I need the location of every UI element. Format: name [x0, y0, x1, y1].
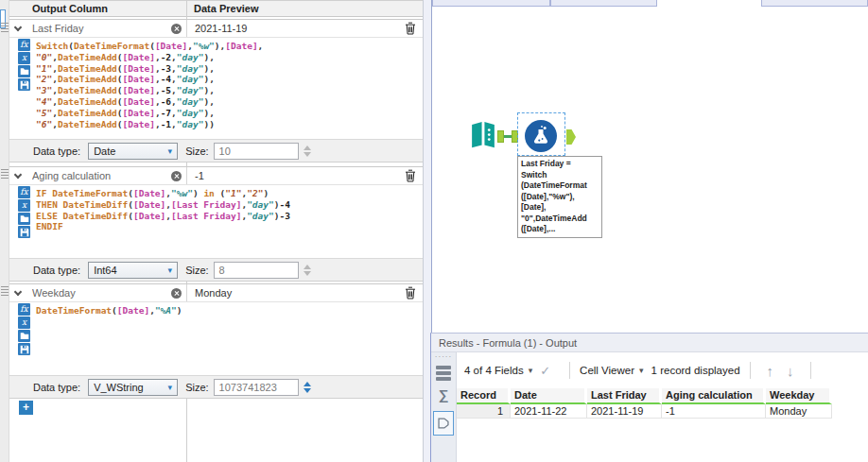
- functions-icon[interactable]: fx: [18, 39, 30, 51]
- next-record-button[interactable]: ↓: [787, 363, 794, 379]
- expression-drag-handle[interactable]: [1, 169, 9, 180]
- chevron-down-icon[interactable]: ▾: [639, 366, 644, 375]
- data-preview-header: Data Preview: [194, 3, 258, 14]
- annotation-line: Switch: [521, 170, 599, 181]
- expression-block: 2021-11-19 fx x: [9, 19, 423, 163]
- collapse-chevron-icon[interactable]: [9, 292, 26, 295]
- output-anchor[interactable]: [497, 130, 504, 143]
- output-column-input[interactable]: [26, 170, 168, 181]
- functions-icon[interactable]: fx: [18, 303, 30, 316]
- data-type-dropdown[interactable]: Int64 ▾: [88, 262, 178, 279]
- add-expression-button[interactable]: +: [19, 401, 33, 415]
- canvas-tab[interactable]: [550, 0, 657, 7]
- trash-icon: [405, 286, 416, 299]
- data-cell[interactable]: Monday: [766, 404, 832, 419]
- table-view-icon[interactable]: [436, 366, 451, 381]
- results-table: RecordDateLast FridayAging calculationWe…: [457, 388, 832, 419]
- output-column-input[interactable]: [26, 23, 168, 34]
- workflow-canvas[interactable]: Last Friday =Switch(DateTimeFormat([Date…: [432, 0, 868, 333]
- data-type-value: V_WString: [94, 382, 167, 393]
- editor-toolbar: fx x: [18, 38, 31, 139]
- clear-field-icon[interactable]: [171, 171, 182, 181]
- open-expression-folder-icon[interactable]: [18, 330, 30, 342]
- annotation-line: ([Date],"%w"),: [521, 192, 599, 203]
- toolbar-divider: [750, 362, 751, 379]
- variables-icon[interactable]: x: [18, 199, 30, 212]
- column-header[interactable]: Weekday: [766, 388, 832, 404]
- code-line: "1",DateTimeAdd([Date],-3,"day"),: [36, 63, 423, 75]
- size-stepper[interactable]: [304, 145, 311, 157]
- results-panel: Results - Formula (1) - Output ····· ∑ 4…: [430, 333, 868, 462]
- code-line: ELSE DateTimeDiff([Date],[Last Friday],"…: [36, 211, 423, 222]
- formula-tool[interactable]: [525, 120, 557, 152]
- formula-code[interactable]: DateTimeFormat([Date],"%A"): [31, 302, 423, 375]
- output-column-field[interactable]: [26, 167, 186, 184]
- collapse-chevron-icon[interactable]: [9, 175, 26, 178]
- data-type-row: Data type: Date ▾ Size: 10: [9, 139, 423, 163]
- column-header[interactable]: Record: [457, 388, 511, 404]
- size-label: Size:: [185, 382, 208, 393]
- size-input[interactable]: 1073741823: [214, 379, 299, 396]
- delete-expression-button[interactable]: [403, 286, 418, 299]
- code-line: THEN DateTimeDiff([Date],[Last Friday],"…: [36, 199, 423, 211]
- size-stepper[interactable]: [304, 265, 311, 276]
- profile-view-icon[interactable]: ∑: [439, 387, 449, 402]
- variables-icon[interactable]: x: [18, 52, 30, 64]
- column-header[interactable]: Date: [511, 388, 587, 404]
- input-data-tool[interactable]: [469, 120, 497, 149]
- expression-block: -1 fx x: [9, 166, 423, 282]
- apply-check-icon[interactable]: ✓: [540, 364, 550, 378]
- data-preview-value: -1: [186, 167, 403, 184]
- editor-toolbar: fx x: [18, 185, 31, 258]
- record-number-cell[interactable]: 1: [457, 404, 511, 419]
- results-content: 4 of 4 Fields ▾ ✓ Cell Viewer ▾ 1 record…: [457, 352, 868, 462]
- code-line: ENDIF: [36, 221, 423, 232]
- delete-expression-button[interactable]: [403, 169, 418, 182]
- canvas-tab[interactable]: [432, 0, 550, 7]
- data-cell[interactable]: 2021-11-19: [587, 404, 662, 419]
- collapse-chevron-icon[interactable]: [9, 27, 26, 30]
- code-line: Switch(DateTimeFormat([Date],"%w"),[Date…: [36, 41, 423, 52]
- clear-field-icon[interactable]: [171, 288, 182, 299]
- size-input[interactable]: 10: [214, 143, 299, 160]
- data-type-dropdown[interactable]: Date ▾: [88, 143, 178, 160]
- data-cell[interactable]: -1: [662, 404, 766, 419]
- size-input[interactable]: 8: [214, 262, 299, 279]
- size-stepper[interactable]: [304, 382, 311, 393]
- output-column-field[interactable]: [26, 284, 186, 301]
- annotation-line: ([Date],...: [521, 224, 599, 235]
- output-column-field[interactable]: [26, 20, 186, 37]
- functions-icon[interactable]: fx: [18, 186, 30, 198]
- previous-record-button[interactable]: ↑: [767, 363, 774, 379]
- save-expression-icon[interactable]: [18, 226, 30, 238]
- annotation-view-button[interactable]: [433, 411, 454, 436]
- expression-editor[interactable]: fx x IF DateTimeFormat([Date],"%w") in (…: [9, 185, 423, 258]
- variables-icon[interactable]: x: [18, 317, 30, 329]
- expression-drag-handle[interactable]: [1, 23, 9, 33]
- expression-editor[interactable]: fx x Switch(DateTimeFormat([Date],"%w"),…: [9, 38, 423, 139]
- expression-name-row: -1: [9, 166, 423, 185]
- save-expression-icon[interactable]: [18, 343, 30, 355]
- column-header[interactable]: Aging calculation: [662, 388, 766, 404]
- clear-field-icon[interactable]: [171, 24, 182, 34]
- formula-code[interactable]: IF DateTimeFormat([Date],"%w") in ("1","…: [31, 185, 423, 258]
- annotation-shape-icon: [435, 415, 452, 432]
- fields-dropdown[interactable]: 4 of 4 Fields: [464, 365, 524, 376]
- formula-code[interactable]: Switch(DateTimeFormat([Date],"%w"),[Date…: [31, 38, 423, 139]
- canvas-tab[interactable]: [761, 0, 868, 7]
- tool-annotation[interactable]: Last Friday =Switch(DateTimeFormat([Date…: [517, 156, 602, 238]
- open-expression-folder-icon[interactable]: [18, 65, 30, 77]
- cell-viewer-dropdown[interactable]: Cell Viewer: [580, 365, 634, 376]
- data-cell[interactable]: 2021-11-22: [511, 404, 587, 419]
- expression-drag-handle[interactable]: [1, 286, 9, 297]
- delete-expression-button[interactable]: [403, 22, 418, 35]
- chevron-down-icon[interactable]: ▾: [529, 366, 533, 375]
- data-type-dropdown[interactable]: V_WString ▾: [88, 379, 178, 396]
- open-expression-folder-icon[interactable]: [18, 213, 30, 225]
- output-anchor[interactable]: [566, 129, 576, 145]
- expression-editor[interactable]: fx x DateTimeFormat([Date],"%A"): [9, 302, 423, 375]
- column-header[interactable]: Last Friday: [587, 388, 662, 404]
- editor-toolbar: fx x: [18, 302, 31, 375]
- save-expression-icon[interactable]: [18, 78, 30, 91]
- output-column-input[interactable]: [26, 287, 168, 299]
